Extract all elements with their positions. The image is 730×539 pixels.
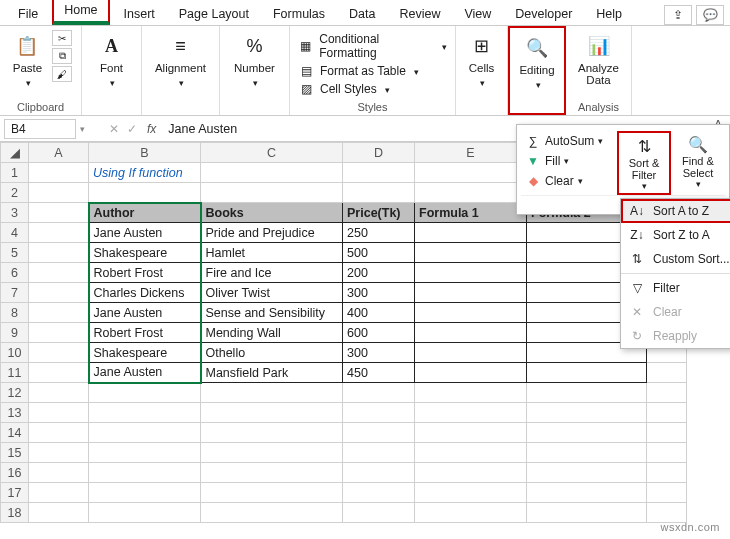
tab-formulas[interactable]: Formulas [263, 3, 335, 25]
format-as-table-button[interactable]: ▤Format as Table [298, 62, 447, 80]
cell-D11[interactable]: 450 [343, 363, 415, 383]
tab-view[interactable]: View [454, 3, 501, 25]
cell-E10[interactable] [415, 343, 527, 363]
tab-review[interactable]: Review [389, 3, 450, 25]
col-D[interactable]: D [343, 143, 415, 163]
enter-icon[interactable]: ✓ [123, 122, 141, 136]
cell-B9[interactable]: Robert Frost [89, 323, 201, 343]
menu-sort-a-to-z[interactable]: A↓Sort A to Z [621, 199, 730, 223]
tab-pagelayout[interactable]: Page Layout [169, 3, 259, 25]
row-14[interactable]: 14 [1, 423, 29, 443]
row-4[interactable]: 4 [1, 223, 29, 243]
cell-E4[interactable] [415, 223, 527, 243]
tab-data[interactable]: Data [339, 3, 385, 25]
menu-filter[interactable]: ▽Filter [621, 276, 730, 300]
cell-B1[interactable]: Using If function [89, 163, 201, 183]
copy-icon[interactable]: ⧉ [52, 48, 72, 64]
cell-E7[interactable] [415, 283, 527, 303]
col-E[interactable]: E [415, 143, 527, 163]
row-3[interactable]: 3 [1, 203, 29, 223]
row-2[interactable]: 2 [1, 183, 29, 203]
font-button[interactable]: AFont [94, 30, 130, 90]
cell-E5[interactable] [415, 243, 527, 263]
editing-button[interactable]: 🔍Editing [515, 32, 558, 92]
cancel-icon[interactable]: ✕ [105, 122, 123, 136]
cell-D3[interactable]: Price(Tk) [343, 203, 415, 223]
row-5[interactable]: 5 [1, 243, 29, 263]
fill-button[interactable]: ▼Fill ▾ [521, 151, 617, 171]
menu-sort-z-to-a[interactable]: Z↓Sort Z to A [621, 223, 730, 247]
cell-D6[interactable]: 200 [343, 263, 415, 283]
row-16[interactable]: 16 [1, 463, 29, 483]
number-button[interactable]: %Number [230, 30, 279, 90]
autosum-button[interactable]: ∑AutoSum ▾ [521, 131, 617, 151]
row-7[interactable]: 7 [1, 283, 29, 303]
tab-developer[interactable]: Developer [505, 3, 582, 25]
row-6[interactable]: 6 [1, 263, 29, 283]
cell-B6[interactable]: Robert Frost [89, 263, 201, 283]
row-12[interactable]: 12 [1, 383, 29, 403]
dropdown-icon[interactable]: ▾ [80, 124, 85, 134]
cell-B10[interactable]: Shakespeare [89, 343, 201, 363]
menu-custom-sort[interactable]: ⇅Custom Sort... [621, 247, 730, 271]
cell-E8[interactable] [415, 303, 527, 323]
share-icon[interactable]: ⇪ [664, 5, 692, 25]
cell-C4[interactable]: Pride and Prejudice [201, 223, 343, 243]
alignment-button[interactable]: ≡Alignment [151, 30, 210, 90]
col-C[interactable]: C [201, 143, 343, 163]
tab-help[interactable]: Help [586, 3, 632, 25]
cell-C8[interactable]: Sense and Sensibility [201, 303, 343, 323]
cell-F11[interactable] [527, 363, 647, 383]
select-all[interactable]: ◢ [1, 143, 29, 163]
analyze-data-button[interactable]: 📊Analyze Data [574, 30, 623, 88]
cell-styles-button[interactable]: ▨Cell Styles [298, 80, 447, 98]
cell-D5[interactable]: 500 [343, 243, 415, 263]
row-17[interactable]: 17 [1, 483, 29, 503]
cell-C11[interactable]: Mansfield Park [201, 363, 343, 383]
fx-icon[interactable]: fx [141, 122, 162, 136]
paste-button[interactable]: 📋Paste [9, 30, 46, 90]
cell-E6[interactable] [415, 263, 527, 283]
cell-B4[interactable]: Jane Austen [89, 223, 201, 243]
cell-B7[interactable]: Charles Dickens [89, 283, 201, 303]
col-A[interactable]: A [29, 143, 89, 163]
row-11[interactable]: 11 [1, 363, 29, 383]
cell-C7[interactable]: Oliver Twist [201, 283, 343, 303]
row-9[interactable]: 9 [1, 323, 29, 343]
row-8[interactable]: 8 [1, 303, 29, 323]
row-13[interactable]: 13 [1, 403, 29, 423]
fmtpainter-icon[interactable]: 🖌 [52, 66, 72, 82]
tab-file[interactable]: File [8, 3, 48, 25]
cell-E3[interactable]: Formula 1 [415, 203, 527, 223]
sort-filter-button[interactable]: ⇅Sort & Filter▾ [617, 131, 671, 195]
cell-D10[interactable]: 300 [343, 343, 415, 363]
name-box[interactable]: B4 [4, 119, 76, 139]
row-18[interactable]: 18 [1, 503, 29, 523]
cut-icon[interactable]: ✂ [52, 30, 72, 46]
cell-D8[interactable]: 400 [343, 303, 415, 323]
cell-C5[interactable]: Hamlet [201, 243, 343, 263]
cell-E11[interactable] [415, 363, 527, 383]
row-10[interactable]: 10 [1, 343, 29, 363]
row-15[interactable]: 15 [1, 443, 29, 463]
cells-button[interactable]: ⊞Cells [464, 30, 500, 90]
cell-C9[interactable]: Mending Wall [201, 323, 343, 343]
cell-D9[interactable]: 600 [343, 323, 415, 343]
clear-button[interactable]: ◆Clear ▾ [521, 171, 617, 191]
cell-C6[interactable]: Fire and Ice [201, 263, 343, 283]
tab-insert[interactable]: Insert [114, 3, 165, 25]
cell-B11[interactable]: Jane Austen [89, 363, 201, 383]
cell-D7[interactable]: 300 [343, 283, 415, 303]
col-B[interactable]: B [89, 143, 201, 163]
find-select-button[interactable]: 🔍Find & Select▾ [671, 131, 725, 195]
cell-D4[interactable]: 250 [343, 223, 415, 243]
cell-B5[interactable]: Shakespeare [89, 243, 201, 263]
cell-E9[interactable] [415, 323, 527, 343]
comments-icon[interactable]: 💬 [696, 5, 724, 25]
tab-home[interactable]: Home [52, 0, 109, 25]
row-1[interactable]: 1 [1, 163, 29, 183]
cell-C3[interactable]: Books [201, 203, 343, 223]
cell-B3[interactable]: Author [89, 203, 201, 223]
cell-B8[interactable]: Jane Austen [89, 303, 201, 323]
conditional-formatting-button[interactable]: ▦Conditional Formatting [298, 30, 447, 62]
